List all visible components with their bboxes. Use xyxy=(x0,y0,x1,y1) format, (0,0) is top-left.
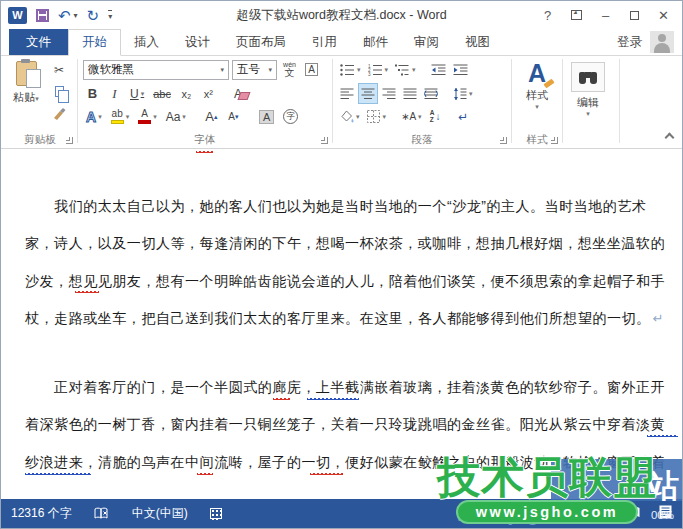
proofing-status-icon[interactable] xyxy=(94,507,110,520)
user-avatar[interactable] xyxy=(650,31,674,53)
text-effects-button[interactable]: A xyxy=(83,106,105,127)
tab-mailings[interactable]: 邮件 xyxy=(350,29,401,55)
clipboard-dialog-launcher-icon[interactable] xyxy=(66,137,73,144)
editing-button[interactable]: 编辑 ▾ xyxy=(567,60,609,126)
align-right-icon xyxy=(382,88,396,100)
spellcheck-squiggle xyxy=(197,473,213,476)
increase-indent-button[interactable] xyxy=(450,59,471,80)
undo-dropdown-icon[interactable]: ▾ xyxy=(74,11,78,20)
line-spacing-icon xyxy=(453,88,467,100)
minimize-icon[interactable]: – xyxy=(591,8,620,23)
zoom-level[interactable]: 00% xyxy=(651,509,674,521)
font-size-combobox[interactable]: 五号▾ xyxy=(232,60,277,80)
tab-file[interactable]: 文件 xyxy=(9,29,68,55)
document-line[interactable]: 着深紫色的一树丁香，窗内挂着一只铜丝笼子，关着一只玲珑跳唱的金丝雀。阳光从紫云中… xyxy=(25,416,680,432)
tab-references[interactable]: 引用 xyxy=(299,29,350,55)
decrease-indent-button[interactable] xyxy=(428,59,449,80)
copy-button[interactable] xyxy=(46,81,72,102)
maximize-icon[interactable] xyxy=(620,8,649,23)
character-shading-button[interactable]: A xyxy=(256,106,277,127)
undo-icon[interactable]: ↶ xyxy=(58,8,71,23)
font-name-combobox[interactable]: 微软雅黑▾ xyxy=(83,60,229,80)
strikethrough-button[interactable]: abc xyxy=(150,83,174,104)
character-border-button[interactable]: A xyxy=(302,59,321,80)
highlight-color-button[interactable]: ab xyxy=(108,106,133,127)
align-left-button[interactable] xyxy=(337,83,357,104)
tab-home[interactable]: 开始 xyxy=(68,29,121,56)
styles-button[interactable]: A 样式 ▾ xyxy=(516,60,558,126)
tab-view[interactable]: 视图 xyxy=(452,29,503,55)
underline-button[interactable]: U xyxy=(127,83,147,104)
clear-formatting-button[interactable]: A xyxy=(231,83,252,104)
increase-indent-icon xyxy=(453,64,468,76)
justify-icon xyxy=(403,88,417,100)
subscript-button[interactable]: x₂ xyxy=(177,83,196,104)
spellcheck-squiggle xyxy=(273,398,290,401)
format-painter-button[interactable] xyxy=(46,103,72,124)
group-clipboard: 粘贴▾ ✂ 剪贴板 xyxy=(3,56,77,148)
redo-icon[interactable]: ↻ xyxy=(87,8,100,23)
font-dialog-launcher-icon[interactable] xyxy=(321,137,328,144)
styles-icon: A xyxy=(528,60,546,88)
font-color-button[interactable]: A xyxy=(135,106,160,127)
cut-button[interactable]: ✂ xyxy=(46,59,72,80)
shrink-font-button[interactable]: A▾ xyxy=(224,106,243,127)
qat-customize-icon[interactable]: ▾ xyxy=(108,10,112,21)
asian-layout-button[interactable]: ∗A xyxy=(398,106,425,127)
group-paragraph: 123 xyxy=(333,56,511,148)
justify-button[interactable] xyxy=(400,83,420,104)
collapse-ribbon-icon[interactable] xyxy=(665,133,675,143)
distributed-icon xyxy=(424,88,438,100)
document-line[interactable]: 家，诗人，以及一切人等，每逢清闲的下午，想喝一杯浓茶，或咖啡，想抽几根好烟，想坐… xyxy=(25,235,680,251)
save-icon[interactable] xyxy=(36,9,49,22)
cut-icon: ✂ xyxy=(54,63,64,77)
shading-button[interactable] xyxy=(337,106,363,127)
insert-mode-grid-icon[interactable] xyxy=(210,508,222,519)
sign-in-link[interactable]: 登录 xyxy=(617,34,642,51)
word-logo-icon[interactable]: W xyxy=(8,7,27,24)
borders-button[interactable] xyxy=(364,106,390,127)
align-right-button[interactable] xyxy=(379,83,399,104)
spellcheck-squiggle xyxy=(310,473,343,476)
paragraph-dialog-launcher-icon[interactable] xyxy=(500,137,507,144)
help-icon[interactable]: ? xyxy=(533,8,562,23)
language-indicator[interactable]: 中文(中国) xyxy=(132,505,188,522)
styles-dialog-launcher-icon[interactable] xyxy=(551,137,558,144)
paste-button[interactable]: 粘贴▾ xyxy=(8,60,44,132)
group-editing: 编辑 ▾ xyxy=(563,56,619,148)
tab-review[interactable]: 审阅 xyxy=(401,29,452,55)
title-bar: W ↶ ▾ ↻ ▾ 超级下载站word教程文档.docx - Word ? – … xyxy=(1,1,682,29)
phonetic-guide-button[interactable]: wén文 xyxy=(280,59,299,80)
word-count[interactable]: 12316 个字 xyxy=(11,505,72,522)
document-line[interactable]: 沙发，想见见朋友，想有一个明眸皓齿能说会道的人儿，陪着他们谈笑，便不须思索的拿起… xyxy=(25,273,680,289)
distributed-button[interactable] xyxy=(421,83,441,104)
sort-button[interactable]: AZ ↓ xyxy=(426,106,445,127)
grow-font-button[interactable]: A▴ xyxy=(202,106,221,127)
tab-insert[interactable]: 插入 xyxy=(121,29,172,55)
superscript-button[interactable]: x² xyxy=(199,83,218,104)
close-icon[interactable]: ✕ xyxy=(649,8,678,23)
document-line[interactable]: 杖，走路或坐车，把自己送到我们太太的客厅里来。在这里，各人都能够得到他们所想望的… xyxy=(25,310,680,327)
numbering-button[interactable]: 123 xyxy=(365,59,392,80)
multilevel-list-button[interactable] xyxy=(392,59,419,80)
italic-button[interactable]: I xyxy=(105,83,124,104)
document-line[interactable]: 正对着客厅的门，是一个半圆式的廊庑，上半截满嵌着玻璃，挂着淡黄色的软纱帘子。窗外… xyxy=(25,379,680,395)
spellcheck-squiggle xyxy=(75,291,99,294)
shading-bucket-icon xyxy=(340,110,354,123)
bullets-button[interactable] xyxy=(337,59,364,80)
show-hide-marks-button[interactable]: ↵ xyxy=(454,106,473,127)
enclose-characters-button[interactable]: 字 xyxy=(280,106,301,127)
tab-page-layout[interactable]: 页面布局 xyxy=(223,29,299,55)
bold-button[interactable]: B xyxy=(83,83,102,104)
numbering-icon: 123 xyxy=(368,64,383,76)
tab-design[interactable]: 设计 xyxy=(172,29,223,55)
change-case-button[interactable]: Aa xyxy=(163,106,189,127)
grammar-squiggle xyxy=(647,435,678,438)
paste-clipboard-icon xyxy=(16,61,37,86)
align-center-button[interactable] xyxy=(358,83,378,104)
format-painter-icon xyxy=(52,107,66,120)
document-line[interactable]: 我们的太太自己以为，她的客人们也以为她是当时当地的一个“沙龙”的主人。当时当地的… xyxy=(25,198,680,214)
document-editing-area[interactable]: 我们的太太自己以为，她的客人们也以为她是当时当地的一个“沙龙”的主人。当时当地的… xyxy=(1,149,682,501)
line-spacing-button[interactable] xyxy=(450,83,476,104)
ribbon-display-options-icon[interactable] xyxy=(562,8,591,23)
